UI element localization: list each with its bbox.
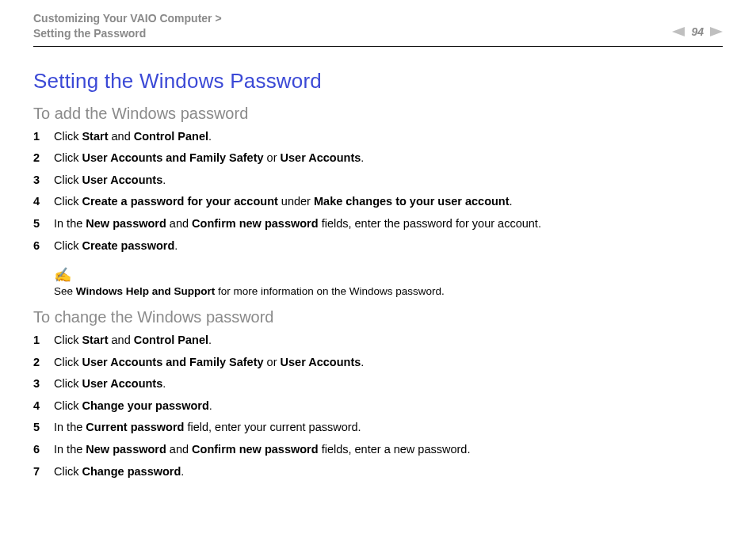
step-number: 5 bbox=[33, 216, 54, 232]
step-text: Click Create password. bbox=[54, 238, 178, 254]
step-text: Click Create a password for your account… bbox=[54, 194, 513, 210]
next-page-icon[interactable] bbox=[710, 27, 723, 36]
step-item: 6Click Create password. bbox=[33, 238, 723, 254]
page-title: Setting the Windows Password bbox=[33, 69, 723, 93]
step-text: Click User Accounts and Family Safety or… bbox=[54, 151, 364, 166]
note-icon: ✍ bbox=[54, 266, 723, 284]
step-number: 6 bbox=[33, 442, 54, 458]
prev-page-icon[interactable] bbox=[672, 27, 685, 36]
steps-list-change: 1Click Start and Control Panel.2Click Us… bbox=[33, 333, 723, 479]
step-number: 1 bbox=[33, 333, 54, 349]
step-text: Click Start and Control Panel. bbox=[54, 129, 212, 145]
step-item: 5In the New password and Confirm new pas… bbox=[33, 216, 723, 232]
step-text: In the New password and Confirm new pass… bbox=[54, 216, 541, 232]
step-item: 3Click User Accounts. bbox=[33, 173, 723, 189]
step-item: 1Click Start and Control Panel. bbox=[33, 129, 723, 145]
step-number: 6 bbox=[33, 238, 54, 254]
step-number: 5 bbox=[33, 420, 54, 436]
breadcrumb: Customizing Your VAIO Computer > Setting… bbox=[33, 11, 225, 41]
step-number: 2 bbox=[33, 151, 54, 166]
step-number: 3 bbox=[33, 376, 54, 392]
step-text: Click User Accounts. bbox=[54, 173, 166, 189]
section-heading-change: To change the Windows password bbox=[33, 308, 723, 326]
breadcrumb-level-1[interactable]: Customizing Your VAIO Computer bbox=[33, 12, 212, 25]
step-item: 4Click Create a password for your accoun… bbox=[33, 194, 723, 210]
step-item: 6In the New password and Confirm new pas… bbox=[33, 442, 723, 458]
step-item: 1Click Start and Control Panel. bbox=[33, 333, 723, 349]
section-heading-add: To add the Windows password bbox=[33, 105, 723, 123]
step-number: 2 bbox=[33, 355, 54, 371]
breadcrumb-level-2[interactable]: Setting the Password bbox=[33, 27, 146, 40]
step-item: 2Click User Accounts and Family Safety o… bbox=[33, 151, 723, 166]
step-number: 1 bbox=[33, 129, 54, 145]
step-item: 2Click User Accounts and Family Safety o… bbox=[33, 355, 723, 371]
breadcrumb-separator: > bbox=[212, 12, 225, 25]
note-text-pre: See bbox=[54, 285, 76, 297]
svg-marker-1 bbox=[710, 27, 723, 36]
step-number: 4 bbox=[33, 399, 54, 414]
step-number: 7 bbox=[33, 464, 54, 480]
note-text-post: for more information on the Windows pass… bbox=[215, 285, 445, 297]
step-item: 7Click Change password. bbox=[33, 464, 723, 480]
note-text-bold: Windows Help and Support bbox=[76, 285, 215, 297]
step-item: 5In the Current password field, enter yo… bbox=[33, 420, 723, 436]
page-header: Customizing Your VAIO Computer > Setting… bbox=[33, 11, 723, 47]
step-text: Click User Accounts and Family Safety or… bbox=[54, 355, 364, 371]
svg-marker-0 bbox=[672, 27, 685, 36]
step-text: In the Current password field, enter you… bbox=[54, 420, 361, 436]
step-number: 4 bbox=[33, 194, 54, 210]
steps-list-add: 1Click Start and Control Panel.2Click Us… bbox=[33, 129, 723, 254]
step-item: 3Click User Accounts. bbox=[33, 376, 723, 392]
step-item: 4Click Change your password. bbox=[33, 399, 723, 414]
step-text: Click Start and Control Panel. bbox=[54, 333, 212, 349]
document-page: Customizing Your VAIO Computer > Setting… bbox=[0, 0, 756, 479]
page-controls: 94 bbox=[672, 11, 723, 38]
step-text: Click Change password. bbox=[54, 464, 184, 480]
step-text: Click User Accounts. bbox=[54, 376, 166, 392]
note-block: ✍ See Windows Help and Support for more … bbox=[54, 266, 723, 297]
step-text: Click Change your password. bbox=[54, 399, 212, 414]
page-number: 94 bbox=[691, 25, 704, 38]
step-number: 3 bbox=[33, 173, 54, 189]
step-text: In the New password and Confirm new pass… bbox=[54, 442, 470, 458]
